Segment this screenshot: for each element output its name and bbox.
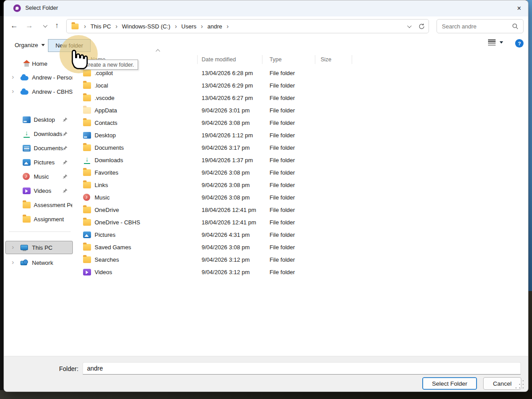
table-row[interactable]: OneDrive 18/04/2026 12:41 pm File folder [74,204,528,216]
file-name: Contacts [95,120,117,126]
sidebar-item-assessment-permis[interactable]: Assessment Permis [5,198,73,211]
sidebar-item-documents[interactable]: Documents [5,141,73,155]
file-date: 9/04/2026 3:01 pm [202,107,250,114]
search-input[interactable] [437,20,523,33]
file-date: 9/04/2026 3:08 pm [202,120,250,126]
table-row[interactable]: Favorites 9/04/2026 3:08 pm File folder [74,167,528,179]
select-folder-button[interactable]: Select Folder [422,377,477,390]
sidebar-item-label: Network [32,259,53,266]
file-date: 9/04/2026 3:08 pm [202,169,250,176]
table-row[interactable]: Music 9/04/2026 3:08 pm File folder [74,192,528,204]
breadcrumb-andre[interactable]: andre [206,23,223,30]
table-row[interactable]: Saved Games 9/04/2026 3:08 pm File folde… [74,241,528,254]
column-label: Date modified [202,56,236,63]
file-type: File folder [270,219,295,226]
expand-chevron-icon[interactable]: › [10,73,16,80]
table-row[interactable]: AppData 9/04/2026 3:01 pm File folder [74,104,528,117]
file-date: 9/04/2026 3:12 pm [202,256,250,263]
sidebar-item-network[interactable]: › Network [5,256,73,269]
music-icon [83,194,90,201]
search-box[interactable] [437,19,524,33]
up-button[interactable]: ↑ [50,19,64,32]
sidebar-item-assignment[interactable]: Assignment [5,212,73,226]
cancel-label: Cancel [493,380,512,387]
desktop-icon [83,132,91,139]
address-dropdown-icon[interactable] [407,24,412,28]
sidebar-item-downloads[interactable]: Downloads [5,127,73,140]
sidebar-item-label: Videos [34,188,52,194]
close-button[interactable]: × [509,0,528,16]
title-bar: Select Folder × [4,0,528,16]
cancel-button[interactable]: Cancel [483,377,521,390]
table-row[interactable]: .copilot 13/04/2026 6:28 pm File folder [74,67,528,80]
select-folder-label: Select Folder [432,380,468,387]
column-divider[interactable] [262,55,262,64]
table-row[interactable]: Links 9/04/2026 3:08 pm File folder [74,179,528,192]
pictures-icon [23,159,31,166]
sidebar-item-pictures[interactable]: Pictures [5,156,73,169]
view-options-button[interactable] [488,40,503,45]
table-row[interactable]: OneDrive - CBHS 18/04/2026 12:41 pm File… [74,216,528,229]
file-date: 9/04/2026 3:12 pm [202,269,250,275]
file-date: 9/04/2026 3:08 pm [202,194,250,201]
table-row[interactable]: .vscode 13/04/2026 6:27 pm File folder [74,92,528,104]
table-row[interactable]: .local 13/04/2026 6:29 pm File folder [74,80,528,92]
back-button[interactable]: ← [8,19,21,32]
file-name: Videos [95,269,112,275]
file-type: File folder [270,95,295,101]
forward-button[interactable]: → [23,19,36,32]
sidebar-item-onedrive-personal[interactable]: › Andrew - Personal [5,71,73,84]
downloads-icon [23,131,31,137]
list-view-icon [488,40,496,45]
folder-name-input[interactable] [83,362,521,375]
sidebar-item-label: Assessment Permis [34,202,73,208]
file-date: 13/04/2026 6:29 pm [202,82,253,89]
breadcrumb-drive[interactable]: Windows-SSD (C:) [121,23,171,30]
sidebar-item-this-pc[interactable]: › This PC [5,241,73,254]
column-divider[interactable] [315,55,315,64]
expand-chevron-icon[interactable]: › [10,258,16,266]
pin-icon [62,174,68,180]
sidebar-item-label: Documents [34,145,63,152]
table-row[interactable]: Videos 9/04/2026 3:12 pm File folder [74,266,528,279]
file-type: File folder [270,231,295,238]
column-header-type[interactable]: Type [270,54,282,65]
sidebar-item-label: Pictures [34,159,55,166]
address-bar[interactable]: › This PC › Windows-SSD (C:) › Users › a… [66,19,429,33]
table-row[interactable]: Searches 9/04/2026 3:12 pm File folder [74,254,528,266]
file-type: File folder [270,194,295,201]
table-row[interactable]: Contacts 9/04/2026 3:08 pm File folder [74,117,528,129]
resize-grip[interactable] [519,384,520,385]
help-button[interactable]: ? [515,39,524,48]
file-name: Searches [95,256,119,263]
breadcrumb-users[interactable]: Users [180,23,197,30]
file-date: 9/04/2026 3:08 pm [202,244,250,251]
refresh-icon[interactable] [418,23,425,30]
sidebar-item-onedrive-cbhs[interactable]: › Andrew - CBHS [5,85,73,98]
table-row[interactable]: Pictures 9/04/2026 4:31 pm File folder [74,229,528,241]
column-divider[interactable] [352,55,352,64]
sidebar-item-desktop[interactable]: Desktop [5,113,73,126]
sidebar-item-music[interactable]: Music [5,170,73,183]
file-type: File folder [270,269,295,275]
recent-locations-button[interactable] [38,19,51,32]
navigation-toolbar: ← → ↑ › This PC › Windows-SSD (C:) › Use… [4,16,528,36]
column-header-size[interactable]: Size [321,54,331,65]
file-type: File folder [270,120,295,126]
column-divider[interactable] [197,55,198,64]
column-header-date-modified[interactable]: Date modified [202,54,236,65]
folder-icon [83,144,91,151]
table-row[interactable]: Desktop 19/04/2026 1:12 pm File folder [74,129,528,142]
file-name: Music [95,194,110,201]
expand-chevron-icon[interactable]: › [10,87,16,95]
expand-chevron-icon[interactable]: › [10,243,16,251]
organize-button[interactable]: Organize [12,39,48,51]
videos-icon [23,188,31,194]
table-row[interactable]: Documents 9/04/2026 3:17 pm File folder [74,142,528,154]
file-type: File folder [270,244,295,251]
sidebar-item-videos[interactable]: Videos [5,184,73,197]
sidebar-separator [9,231,71,232]
file-type: File folder [270,256,295,263]
table-row[interactable]: Downloads 19/04/2026 1:37 pm File folder [74,154,528,167]
breadcrumb-this-pc[interactable]: This PC [90,23,112,30]
